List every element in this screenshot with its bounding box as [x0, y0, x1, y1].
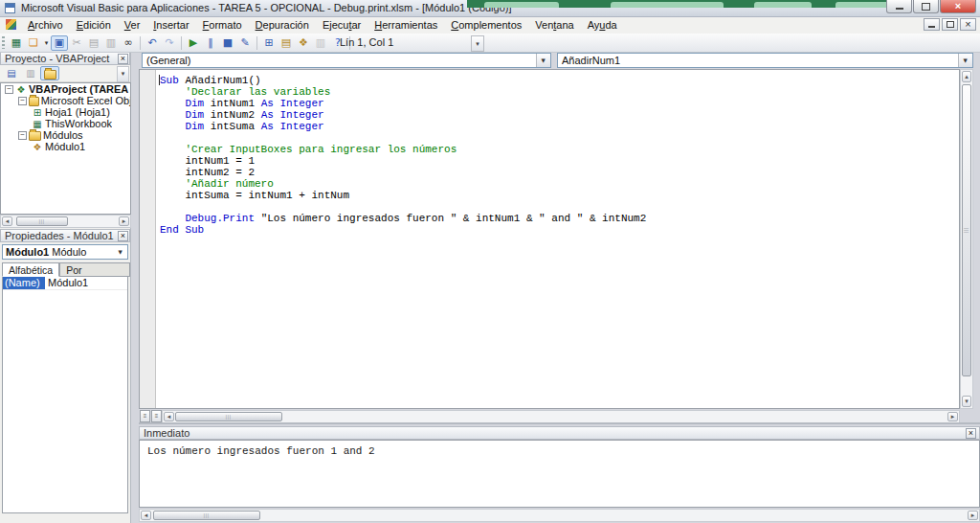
window-splitter[interactable]: [139, 422, 980, 424]
project-explorer-panel: Proyecto - VBAProject ▤▥ ▾ ❖VBAProject (…: [0, 52, 131, 228]
code-vertical-scrollbar[interactable]: ▴ ▾: [960, 69, 973, 409]
code-horizontal-scrollbar[interactable]: ◂ ▸: [162, 410, 960, 423]
menu-ayuda[interactable]: Ayuda: [581, 16, 624, 34]
scroll-right-icon[interactable]: ▸: [947, 412, 958, 421]
cut-button: ✂: [68, 35, 85, 51]
worksheet-icon: ⊞: [32, 107, 43, 118]
scroll-thumb[interactable]: [153, 511, 260, 520]
immediate-horizontal-scrollbar[interactable]: ◂ ▸: [139, 509, 980, 522]
tab-categorized[interactable]: Por categorías: [59, 262, 130, 277]
object-dropdown[interactable]: (General): [142, 53, 551, 68]
close-icon: [955, 1, 961, 11]
reset-button[interactable]: ■: [219, 35, 236, 51]
scroll-up-icon[interactable]: ▴: [962, 71, 971, 82]
tree-item[interactable]: Microsoft Excel Objetos: [1, 95, 130, 106]
menu-ver[interactable]: Ver: [118, 16, 147, 34]
toolbar-options-button[interactable]: ▾: [471, 35, 484, 52]
properties-tabs: Alfabética Por categorías: [2, 262, 130, 277]
folder-icon: [29, 97, 39, 106]
tree-item[interactable]: ⊞Hoja1 (Hoja1): [1, 106, 130, 118]
menu-complementos[interactable]: Complementos: [444, 16, 528, 34]
properties-close-button[interactable]: [118, 231, 128, 241]
toolbar-grip[interactable]: [2, 36, 5, 49]
restore-icon: [922, 3, 930, 11]
view-code-button[interactable]: ▤: [2, 66, 21, 80]
property-value[interactable]: Módulo1: [45, 277, 88, 289]
collapse-icon[interactable]: [5, 85, 13, 94]
chevron-down-icon[interactable]: [958, 54, 972, 67]
scroll-right-icon[interactable]: ▸: [968, 511, 978, 520]
object-combobox[interactable]: Módulo1 Módulo: [2, 244, 128, 260]
immediate-content[interactable]: Los número ingresados fueron 1 and 2: [139, 440, 980, 508]
object-browser-button[interactable]: ❖: [295, 35, 312, 51]
project-explorer-button[interactable]: ⊞: [260, 35, 278, 51]
cursor-position-status: Lín 1, Col 1: [340, 34, 393, 52]
property-name[interactable]: (Name): [3, 277, 45, 289]
menu-insertar[interactable]: Insertar: [146, 16, 195, 34]
reset-icon: ■: [223, 36, 233, 49]
collapse-icon[interactable]: [18, 131, 27, 140]
immediate-close-button[interactable]: [966, 428, 976, 439]
project-horizontal-scrollbar[interactable]: ◂ ▸: [0, 215, 131, 228]
tree-item[interactable]: ▦ThisWorkbook: [1, 118, 130, 129]
find-button[interactable]: ∞: [120, 35, 137, 51]
scroll-left-icon[interactable]: ◂: [141, 511, 151, 520]
menu-depuracion[interactable]: Depuración: [249, 16, 316, 34]
menu-archivo[interactable]: Archivo: [21, 16, 70, 34]
insert-userform-dropdown[interactable]: ▾: [42, 35, 51, 51]
view-excel-button[interactable]: ▦: [8, 35, 25, 51]
object-browser-icon: ❖: [299, 36, 308, 49]
scroll-left-icon[interactable]: ◂: [164, 412, 174, 421]
tree-item-label: Módulo1: [45, 141, 85, 152]
menu-formato[interactable]: Formato: [196, 16, 249, 34]
tab-alphabetic[interactable]: Alfabética: [2, 262, 59, 277]
tree-item[interactable]: ❖VBAProject (TAREA 5 - OPCIONAL - Debug.…: [1, 83, 130, 95]
property-row[interactable]: (Name)Módulo1: [3, 277, 127, 290]
properties-window-button[interactable]: ▤: [278, 35, 295, 51]
undo-button[interactable]: ↶: [144, 35, 161, 51]
mdi-minimize-button[interactable]: [924, 18, 940, 31]
module-window-icon: [6, 19, 16, 30]
menu-edicion[interactable]: Edición: [70, 16, 118, 34]
scroll-thumb[interactable]: [16, 216, 68, 226]
folder-icon: [44, 70, 56, 80]
menu-ventana[interactable]: Ventana: [528, 16, 580, 34]
project-close-button[interactable]: [118, 54, 128, 64]
tree-item[interactable]: ❖Módulo1: [1, 141, 130, 152]
scroll-right-icon[interactable]: ▸: [119, 216, 129, 226]
tree-item[interactable]: Módulos: [1, 129, 130, 141]
close-button[interactable]: [940, 0, 976, 13]
procedure-dropdown[interactable]: AñadirNum1: [557, 53, 973, 68]
full-module-view-button[interactable]: [151, 410, 162, 422]
project-toolbar-options-button[interactable]: ▾: [117, 66, 129, 82]
window-controls: [885, 0, 976, 13]
restore-button[interactable]: [913, 0, 939, 13]
scroll-thumb[interactable]: [962, 84, 971, 376]
collapse-icon[interactable]: [18, 97, 27, 105]
immediate-title: Inmediato: [144, 427, 189, 440]
design-mode-button[interactable]: ✎: [236, 35, 254, 51]
mdi-restore-button[interactable]: [942, 18, 958, 31]
code-editor[interactable]: Sub AñadirNum1() 'Declarar las variables…: [139, 69, 960, 409]
procedure-view-button[interactable]: [140, 410, 150, 422]
paste-icon: ▥: [106, 36, 116, 49]
save-button[interactable]: ▣: [51, 35, 68, 51]
background-tab: [611, 2, 724, 8]
menu-ejecutar[interactable]: Ejecutar: [316, 16, 368, 34]
save-icon: ▣: [55, 36, 64, 49]
object-name: Módulo1: [6, 246, 49, 258]
chevron-down-icon[interactable]: [536, 54, 550, 67]
mdi-close-button[interactable]: [960, 18, 976, 31]
toolbar: ▦❏▾▣✂▤▥∞↶↷▶‖■✎⊞▤❖▥? Lín 1, Col 1 ▾: [0, 34, 980, 53]
run-button[interactable]: ▶: [185, 35, 202, 51]
scroll-down-icon[interactable]: ▾: [962, 396, 971, 407]
scroll-left-icon[interactable]: ◂: [2, 216, 12, 226]
scroll-thumb[interactable]: [175, 412, 282, 421]
toggle-folders-button[interactable]: [40, 66, 59, 80]
minimize-button[interactable]: [886, 0, 912, 13]
break-button[interactable]: ‖: [202, 35, 219, 51]
menu-herramientas[interactable]: Herramientas: [368, 16, 444, 34]
view-object-button[interactable]: ▥: [21, 66, 40, 80]
chevron-down-icon[interactable]: [114, 245, 127, 259]
insert-userform-button[interactable]: ❏: [25, 35, 42, 51]
